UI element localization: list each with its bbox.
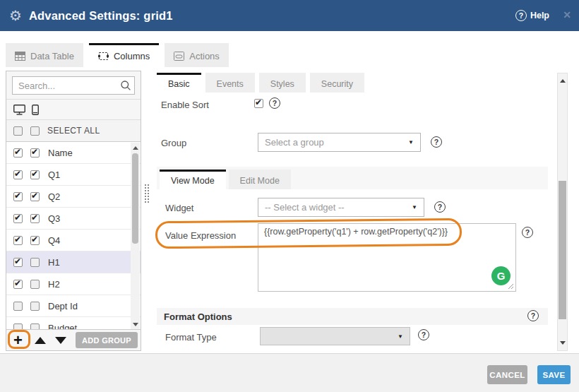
grammarly-icon[interactable]: G: [491, 266, 511, 285]
chevron-down-icon: ▼: [408, 139, 414, 145]
desktop-checkbox[interactable]: [13, 170, 23, 179]
columns-icon: [98, 52, 109, 61]
column-row-h1[interactable]: H1: [6, 251, 141, 273]
move-up-button[interactable]: [35, 337, 46, 344]
panel-scrollbar[interactable]: [557, 73, 568, 351]
tab-columns[interactable]: Columns: [89, 43, 159, 67]
tab-events[interactable]: Events: [205, 73, 255, 93]
desktop-checkbox[interactable]: [13, 302, 23, 311]
tab-data-table[interactable]: Data Table: [6, 43, 83, 67]
main-tab-bar: Data Table Columns Actions: [6, 43, 229, 67]
enable-sort-help-icon[interactable]: ?: [269, 97, 280, 109]
group-label: Group: [161, 138, 186, 148]
format-options-header: Format Options: [157, 308, 548, 325]
tab-security[interactable]: Security: [310, 73, 364, 93]
scroll-down-icon[interactable]: [133, 323, 138, 326]
mode-tab-bar: View Mode Edit Mode: [160, 170, 291, 189]
mobile-checkbox[interactable]: [30, 258, 40, 267]
search-input[interactable]: [12, 76, 135, 95]
help-button[interactable]: ? Help: [515, 0, 549, 31]
mobile-checkbox[interactable]: [30, 192, 40, 201]
format-type-label: Format Type: [165, 332, 217, 343]
column-list-scrollbar[interactable]: [131, 143, 140, 330]
search-icon[interactable]: [120, 80, 131, 94]
column-row-q1[interactable]: Q1: [6, 164, 141, 186]
scroll-up-icon[interactable]: [560, 79, 566, 83]
widget-help-icon[interactable]: ?: [434, 201, 446, 213]
select-all-desktop-checkbox[interactable]: [13, 126, 23, 136]
column-row-h2[interactable]: H2: [6, 273, 141, 295]
scroll-up-icon[interactable]: [133, 146, 138, 150]
column-label: H1: [48, 257, 60, 268]
mobile-checkbox[interactable]: [30, 236, 40, 245]
value-expression-textarea[interactable]: {{row.getProperty('q1') + row.getPropert…: [258, 223, 516, 292]
column-row-q4[interactable]: Q4: [6, 230, 141, 251]
data-table-icon: [15, 52, 25, 61]
mobile-checkbox[interactable]: [30, 280, 40, 289]
tab-label: Data Table: [30, 51, 74, 61]
tab-label: Basic: [168, 79, 190, 89]
column-label: Q3: [48, 213, 60, 224]
select-all-row[interactable]: SELECT ALL: [6, 120, 141, 142]
tab-label: Events: [217, 79, 244, 89]
column-row-name[interactable]: Name: [6, 142, 141, 164]
mobile-checkbox[interactable]: [30, 170, 40, 179]
mobile-checkbox[interactable]: [30, 148, 40, 158]
add-group-button[interactable]: ADD GROUP: [76, 332, 138, 348]
search-row: [6, 71, 141, 100]
help-label: Help: [530, 11, 549, 20]
column-row-q3[interactable]: Q3: [6, 208, 141, 230]
widget-select[interactable]: -- Select a widget -- ▼: [258, 198, 424, 217]
enable-sort-checkbox[interactable]: [254, 99, 263, 108]
select-all-mobile-checkbox[interactable]: [30, 126, 40, 136]
format-type-select[interactable]: ▼: [260, 327, 410, 345]
tab-edit-mode[interactable]: Edit Mode: [229, 170, 291, 189]
desktop-checkbox[interactable]: [13, 280, 23, 289]
desktop-checkbox[interactable]: [13, 192, 23, 201]
panel-resize-handle[interactable]: [144, 184, 150, 203]
scrollbar-thumb[interactable]: [132, 153, 138, 244]
advanced-settings-dialog: ⚙ Advanced Settings: grid1 ? Help ✕ Data…: [0, 0, 579, 392]
desktop-checkbox[interactable]: [13, 148, 23, 158]
column-label: H2: [48, 279, 60, 290]
dialog-header: ⚙ Advanced Settings: grid1 ? Help ✕: [0, 0, 579, 31]
format-options-help-icon[interactable]: ?: [527, 310, 539, 321]
help-icon: ?: [515, 10, 527, 21]
device-toggle-row: [6, 100, 141, 120]
dialog-title: Advanced Settings: grid1: [29, 9, 173, 23]
mobile-checkbox[interactable]: [30, 214, 40, 223]
scroll-down-icon[interactable]: [560, 341, 566, 345]
desktop-checkbox[interactable]: [13, 236, 23, 245]
actions-icon: [174, 52, 184, 61]
enable-sort-label: Enable Sort: [161, 100, 209, 110]
close-icon[interactable]: ✕: [563, 9, 571, 20]
group-select[interactable]: Select a group ▼: [258, 133, 421, 152]
widget-select-value: -- Select a widget --: [265, 202, 345, 213]
column-row-q2[interactable]: Q2: [6, 186, 141, 208]
group-help-icon[interactable]: ?: [431, 136, 442, 148]
desktop-checkbox[interactable]: [13, 258, 23, 267]
desktop-checkbox[interactable]: [13, 214, 23, 223]
cancel-button[interactable]: CANCEL: [487, 365, 527, 384]
tab-basic[interactable]: Basic: [157, 73, 201, 93]
tab-label: Columns: [114, 51, 150, 61]
tab-actions[interactable]: Actions: [165, 43, 229, 67]
value-expression-label: Value Expression: [165, 230, 236, 241]
mobile-checkbox[interactable]: [30, 302, 40, 311]
move-down-button[interactable]: [55, 337, 66, 344]
desktop-icon[interactable]: [13, 105, 25, 115]
value-expression-help-icon[interactable]: ?: [522, 227, 533, 238]
columns-sidebar: SELECT ALL Name Q1 Q2 Q3: [6, 71, 141, 351]
settings-tab-bar: Basic Events Styles Security: [157, 73, 364, 93]
column-row-dept-id[interactable]: Dept Id: [6, 295, 141, 317]
tab-view-mode[interactable]: View Mode: [160, 170, 226, 189]
save-button[interactable]: SAVE: [537, 365, 571, 384]
mobile-icon[interactable]: [32, 105, 39, 115]
format-type-help-icon[interactable]: ?: [418, 329, 429, 340]
textarea-resize-handle[interactable]: [508, 283, 514, 290]
tab-styles[interactable]: Styles: [259, 73, 306, 93]
add-column-button[interactable]: +: [13, 333, 23, 348]
column-list: Name Q1 Q2 Q3 Q4: [6, 142, 141, 331]
format-options-title: Format Options: [164, 311, 232, 322]
scrollbar-thumb[interactable]: [559, 181, 566, 319]
